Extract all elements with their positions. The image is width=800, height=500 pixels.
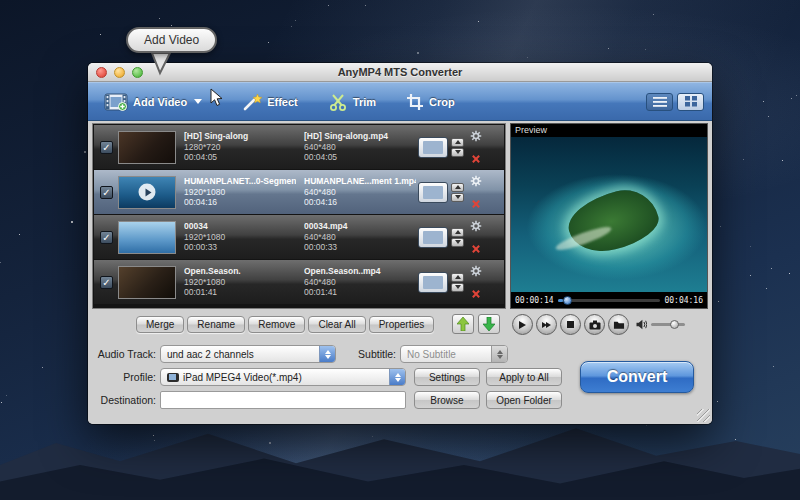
stop-icon bbox=[567, 321, 574, 328]
merge-label: Merge bbox=[146, 319, 174, 330]
output-duration: 00:04:05 bbox=[304, 152, 416, 163]
output-name: [HD] Sing-along.mp4 bbox=[304, 131, 416, 142]
play-button[interactable] bbox=[512, 314, 533, 335]
apply-to-all-button[interactable]: Apply to All bbox=[486, 368, 562, 386]
play-icon bbox=[519, 321, 526, 329]
minimize-button[interactable] bbox=[114, 67, 125, 78]
video-thumbnail bbox=[118, 221, 176, 254]
audio-track-label: Audio Track: bbox=[92, 348, 156, 360]
stepper-up-button[interactable] bbox=[451, 228, 464, 237]
play-overlay-icon[interactable] bbox=[139, 184, 156, 201]
row-checkbox[interactable] bbox=[100, 231, 113, 244]
effect-label: Effect bbox=[267, 96, 298, 108]
grid-view-button[interactable] bbox=[677, 93, 704, 111]
merge-button[interactable]: Merge bbox=[136, 316, 184, 333]
list-view-button[interactable] bbox=[646, 93, 673, 111]
row-icons bbox=[470, 265, 482, 299]
output-info: [HD] Sing-along.mp4 640*480 00:04:05 bbox=[304, 131, 416, 163]
preview-label: Preview bbox=[511, 124, 707, 137]
crop-button[interactable]: Crop bbox=[398, 89, 463, 115]
stepper-down-button[interactable] bbox=[451, 193, 464, 202]
row-remove-icon[interactable] bbox=[471, 154, 481, 164]
stepper-up-button[interactable] bbox=[451, 183, 464, 192]
device-profile-icon[interactable] bbox=[418, 182, 448, 203]
audio-track-value: und aac 2 channels bbox=[167, 349, 319, 360]
volume-slider[interactable] bbox=[651, 323, 685, 326]
row-settings-gear-icon[interactable] bbox=[470, 220, 482, 232]
row-remove-icon[interactable] bbox=[471, 289, 481, 299]
file-row-1[interactable]: [HD] Sing-along 1280*720 00:04:05 [HD] S… bbox=[94, 125, 504, 169]
properties-button[interactable]: Properties bbox=[369, 316, 435, 333]
apply-to-all-label: Apply to All bbox=[499, 372, 548, 383]
file-row-2-selected[interactable]: HUMANPLANET...0-Segment 1 1920*1080 00:0… bbox=[94, 170, 504, 214]
list-view-icon bbox=[653, 97, 667, 107]
device-screen bbox=[423, 231, 443, 244]
seek-knob[interactable] bbox=[563, 296, 572, 305]
subtitle-dropdown[interactable]: No Subtitle bbox=[400, 345, 508, 363]
add-video-label: Add Video bbox=[133, 96, 187, 108]
open-folder-label: Open Folder bbox=[496, 395, 552, 406]
titlebar[interactable]: AnyMP4 MTS Converter bbox=[88, 63, 712, 82]
trim-button[interactable]: Trim bbox=[320, 88, 384, 116]
traffic-lights bbox=[96, 67, 143, 78]
crop-label: Crop bbox=[429, 96, 455, 108]
audio-track-dropdown[interactable]: und aac 2 channels bbox=[160, 345, 336, 363]
resize-grip[interactable] bbox=[697, 409, 710, 422]
device-profile-icon[interactable] bbox=[418, 272, 448, 293]
close-button[interactable] bbox=[96, 67, 107, 78]
app-window: AnyMP4 MTS Converter Add Video Effect bbox=[88, 63, 712, 424]
row-checkbox[interactable] bbox=[100, 141, 113, 154]
move-up-button[interactable] bbox=[452, 314, 474, 334]
video-thumbnail bbox=[118, 176, 176, 209]
row-checkbox[interactable] bbox=[100, 186, 113, 199]
row-settings-gear-icon[interactable] bbox=[470, 175, 482, 187]
stepper-up-button[interactable] bbox=[451, 273, 464, 282]
grid-view-icon bbox=[685, 96, 697, 107]
dropdown-arrows-icon bbox=[319, 346, 335, 362]
open-output-button[interactable] bbox=[608, 314, 629, 335]
subtitle-label: Subtitle: bbox=[338, 348, 396, 360]
destination-input[interactable] bbox=[160, 391, 406, 409]
stepper-down-button[interactable] bbox=[451, 148, 464, 157]
fast-forward-button[interactable] bbox=[536, 314, 557, 335]
source-name: 00034 bbox=[184, 221, 296, 232]
stepper-down-button[interactable] bbox=[451, 283, 464, 292]
convert-button[interactable]: Convert bbox=[580, 361, 694, 393]
row-settings-gear-icon[interactable] bbox=[470, 130, 482, 142]
output-resolution: 640*480 bbox=[304, 277, 416, 288]
volume-knob[interactable] bbox=[670, 320, 679, 329]
preview-timebar: 00:00:14 00:04:16 bbox=[511, 292, 707, 308]
browse-button[interactable]: Browse bbox=[414, 391, 480, 409]
stepper-up-button[interactable] bbox=[451, 138, 464, 147]
open-folder-button[interactable]: Open Folder bbox=[486, 391, 562, 409]
effect-button[interactable]: Effect bbox=[234, 88, 306, 116]
output-name: Open.Season..mp4 bbox=[304, 266, 416, 277]
device-screen bbox=[423, 186, 443, 199]
clear-all-button[interactable]: Clear All bbox=[308, 316, 365, 333]
add-video-icon bbox=[104, 93, 128, 111]
source-info: 00034 1920*1080 00:00:33 bbox=[184, 221, 296, 253]
zoom-button[interactable] bbox=[132, 67, 143, 78]
file-row-3[interactable]: 00034 1920*1080 00:00:33 00034.mp4 640*4… bbox=[94, 215, 504, 259]
profile-dropdown[interactable]: iPad MPEG4 Video(*.mp4) bbox=[160, 368, 406, 386]
destination-label: Destination: bbox=[92, 394, 156, 406]
stop-button[interactable] bbox=[560, 314, 581, 335]
stepper-down-button[interactable] bbox=[451, 238, 464, 247]
device-profile-icon[interactable] bbox=[418, 227, 448, 248]
remove-button[interactable]: Remove bbox=[248, 316, 305, 333]
row-checkbox[interactable] bbox=[100, 276, 113, 289]
move-down-button[interactable] bbox=[478, 314, 500, 334]
list-actions: Merge Rename Remove Clear All Properties bbox=[92, 313, 506, 335]
settings-button[interactable]: Settings bbox=[414, 368, 480, 386]
rename-button[interactable]: Rename bbox=[187, 316, 245, 333]
row-remove-icon[interactable] bbox=[471, 244, 481, 254]
row-remove-icon[interactable] bbox=[471, 199, 481, 209]
output-name: HUMANPLANE...ment 1.mp4 bbox=[304, 176, 416, 187]
chevron-down-icon bbox=[194, 99, 202, 104]
file-row-4[interactable]: Open.Season. 1920*1080 00:01:41 Open.Sea… bbox=[94, 260, 504, 304]
row-settings-gear-icon[interactable] bbox=[470, 265, 482, 277]
add-video-button[interactable]: Add Video bbox=[96, 89, 210, 115]
seek-slider[interactable] bbox=[558, 299, 661, 302]
device-profile-icon[interactable] bbox=[418, 137, 448, 158]
snapshot-button[interactable] bbox=[584, 314, 605, 335]
